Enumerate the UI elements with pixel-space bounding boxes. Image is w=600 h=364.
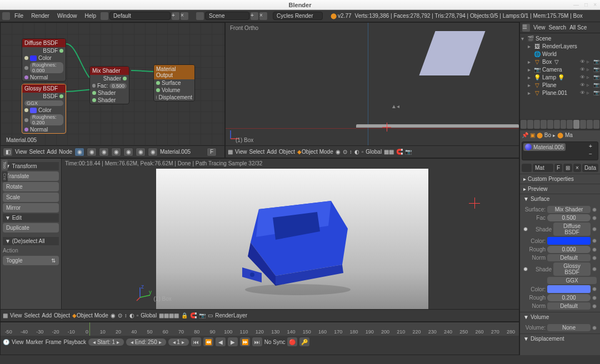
editor-type-icon[interactable]: 🕐 [3, 339, 9, 345]
manipulator-rotate-button[interactable]: ◐ [354, 149, 359, 155]
layout-browse-button[interactable] [101, 12, 108, 20]
node-header[interactable]: Diffuse BSDF [22, 39, 66, 47]
tab-create[interactable]: Cre [2, 171, 8, 182]
lock-camera-button[interactable]: 🔒 [181, 312, 188, 318]
tab-render[interactable] [521, 120, 527, 129]
snap-button[interactable]: 🧲 [396, 149, 403, 155]
scene-remove-button[interactable]: × [259, 12, 267, 20]
tab-world[interactable] [541, 120, 547, 129]
distribution-dropdown[interactable]: GGX [547, 277, 597, 284]
keyframe-prev-button[interactable]: ⏪ [203, 337, 213, 346]
menu-playback[interactable]: Playback [64, 339, 87, 345]
render-slot-button[interactable]: ▭ [208, 312, 213, 318]
timeline-ruler[interactable]: -50-40-30-20-100102040506070809010011012… [1, 322, 519, 336]
shader2-dropdown[interactable]: Glossy BSDF [553, 262, 591, 276]
menu-render[interactable]: Render [28, 12, 53, 20]
scene-add-button[interactable]: + [251, 12, 258, 20]
layout-remove-button[interactable]: × [181, 12, 188, 20]
tree-type-texture-button[interactable]: ◉ [99, 148, 109, 156]
jump-start-button[interactable]: ⏮ [191, 337, 201, 346]
menu-view[interactable]: View [533, 24, 546, 31]
color1-swatch[interactable] [547, 237, 591, 245]
scene-dropdown[interactable]: Scene [205, 12, 249, 20]
frame-end-field[interactable]: ◂ End: 250 ▸ [126, 338, 166, 346]
tree-item-plane001[interactable]: ▸▽Plane.001👁▹📷 [521, 89, 599, 97]
menu-frame[interactable]: Frame [46, 339, 62, 345]
playhead[interactable] [89, 322, 90, 336]
layers-button[interactable]: ▦▦▦▦ [159, 312, 179, 318]
panel-preview[interactable]: ▸ Preview [520, 184, 600, 194]
surface-shader-dropdown[interactable]: Mix Shader [547, 206, 591, 213]
box-object[interactable] [356, 124, 519, 128]
tree-type-shader-button[interactable]: ◉ [74, 148, 84, 156]
visibility-icon[interactable]: 👁 [580, 59, 586, 64]
panel-volume[interactable]: ▼ Volume [520, 312, 600, 322]
normal2-dropdown[interactable]: Default [547, 302, 591, 310]
link-dropdown[interactable]: Data [582, 164, 598, 172]
material-slot-list[interactable]: Material.005 + − [522, 141, 598, 160]
menu-view[interactable]: View [235, 149, 247, 155]
node-editor[interactable]: Diffuse BSDF BSDF Color Roughnes: 0.000 … [0, 22, 225, 158]
play-button[interactable]: ▶ [228, 337, 238, 346]
fake-user-button[interactable]: F [554, 164, 562, 172]
keying-set-button[interactable]: 🔑 [299, 337, 309, 346]
shader-type-lamp-button[interactable]: ◉ [136, 148, 146, 156]
tab-object[interactable] [547, 120, 553, 129]
menu-file[interactable]: File [11, 12, 27, 20]
action-toggle-dropdown[interactable]: Toggle ⇅ [3, 256, 59, 265]
3d-viewport[interactable]: Front Ortho ▲◂ (1) Box ▦ View Select Add… [225, 22, 519, 158]
tab-tools[interactable]: Too [2, 160, 8, 170]
menu-select[interactable]: Select [249, 149, 265, 155]
mode-dropdown[interactable]: ◆Object Mode [297, 149, 333, 155]
unlink-button[interactable]: × [573, 164, 581, 172]
shader-type-object-button[interactable]: ◉ [111, 148, 121, 156]
tab-texture[interactable] [580, 120, 586, 129]
panel-header-edit[interactable]: ▼ Edit [3, 214, 59, 222]
manipulator-translate-button[interactable]: ↕ [349, 149, 352, 155]
shading-button[interactable]: ◉ [336, 149, 341, 155]
material-slot[interactable]: Material.005 [523, 143, 566, 151]
material-name-field[interactable]: Mat [533, 164, 553, 172]
tree-item-world[interactable]: 🌐World [521, 50, 599, 58]
frame-start-field[interactable]: ◂ Start: 1 ▸ [88, 338, 124, 346]
fac-field[interactable]: 0.500 [547, 214, 591, 221]
snap-button[interactable]: 🧲 [190, 312, 197, 318]
material-browse-button[interactable]: ◉ [148, 148, 158, 156]
manipulator-button[interactable]: ↕ [124, 312, 127, 318]
material-browse-button[interactable] [522, 164, 532, 172]
tree-item-plane[interactable]: ▸▽Plane👁▹📷 [521, 81, 599, 89]
node-tree-button[interactable]: ⊞ [563, 164, 572, 172]
tree-item-renderlayers[interactable]: ▸🖼RenderLayers [521, 42, 599, 50]
render-engine-dropdown[interactable]: Cycles Render [273, 12, 323, 20]
tree-item-camera[interactable]: ▸📷Camera👁▹📷 [521, 65, 599, 73]
orientation-dropdown[interactable]: Global [366, 149, 382, 155]
menu-marker[interactable]: Marker [26, 339, 43, 345]
bc-object[interactable]: ⬤ Bo [537, 132, 551, 138]
tree-type-compositor-button[interactable]: ◉ [87, 148, 97, 156]
render-icon[interactable]: 📷 [593, 59, 599, 64]
panel-surface[interactable]: ▼ Surface [520, 194, 600, 204]
color2-swatch[interactable] [547, 285, 591, 293]
panel-displacement[interactable]: ▼ Displacement [520, 334, 600, 343]
menu-view[interactable]: View [10, 312, 22, 318]
manipulator-scale-button[interactable]: ▫ [137, 312, 139, 318]
node-material-output[interactable]: Material Output Surface Volume Displacem… [153, 64, 195, 102]
tool-duplicate[interactable]: Duplicate [3, 223, 59, 232]
timeline-editor[interactable]: -50-40-30-20-100102040506070809010011012… [0, 322, 519, 355]
tab-modifiers[interactable] [561, 120, 567, 129]
sync-dropdown[interactable]: No Sync [264, 339, 286, 345]
node-header[interactable]: Glossy BSDF [22, 84, 66, 93]
bc-material[interactable]: Ma [565, 132, 573, 138]
3d-cursor[interactable] [382, 123, 391, 132]
tab-scene[interactable] [534, 120, 540, 129]
shading-rendered-button[interactable]: ◉ [111, 312, 116, 318]
tab-physics[interactable] [593, 120, 599, 129]
tree-item-scene[interactable]: ▾🎬Scene [521, 34, 599, 42]
tree-item-box[interactable]: ▸▽Box▽👁▹📷 [521, 58, 599, 65]
node-diffuse-bsdf[interactable]: Diffuse BSDF BSDF Color Roughnes: 0.000 … [22, 38, 66, 82]
window-minimize-button[interactable]: — [573, 2, 579, 8]
node-mix-shader[interactable]: Mix Shader Shader Fac:0.500 Shader Shade… [89, 66, 129, 104]
autokey-button[interactable]: 🔴 [287, 337, 297, 346]
menu-add[interactable]: Add [42, 312, 52, 318]
manipulator-rotate-button[interactable]: ◐ [129, 312, 134, 318]
